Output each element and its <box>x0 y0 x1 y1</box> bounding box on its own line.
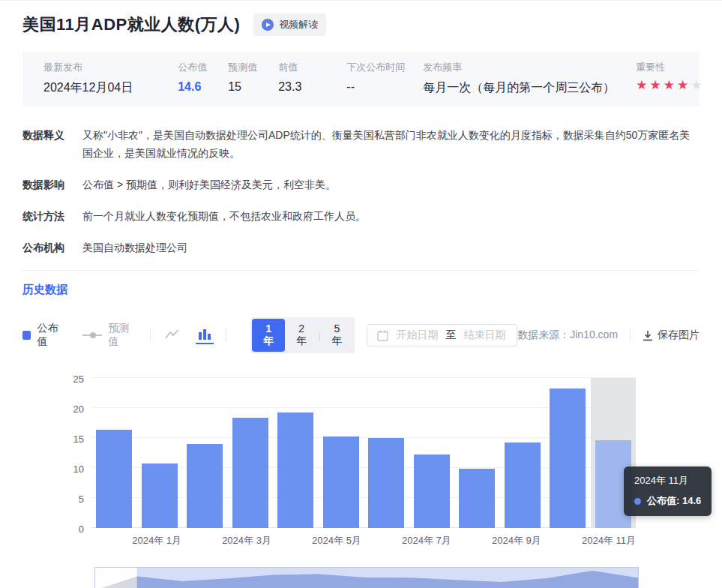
x-axis-tick-label: 2024年 9月 <box>492 534 541 548</box>
bar-slot[interactable] <box>319 378 364 528</box>
date-to-label: 至 <box>445 328 456 342</box>
start-date-input[interactable]: 开始日期 <box>396 328 438 342</box>
bar-slot[interactable] <box>91 378 137 528</box>
x-axis-tick-label: 2024年 3月 <box>222 534 271 548</box>
published-number: 14.6 <box>178 80 207 94</box>
previous-value: 前值 23.3 <box>278 61 301 94</box>
chart-bar[interactable] <box>505 442 541 528</box>
bar-slots <box>91 378 636 528</box>
save-image-label: 保存图片 <box>658 328 700 342</box>
download-icon <box>643 330 653 341</box>
y-axis-tick-label: 25 <box>58 374 84 385</box>
video-explain-button[interactable]: 视频解读 <box>253 14 326 36</box>
x-axis-tick-label: 2024年 11月 <box>582 534 636 548</box>
summary-bar: 最新发布 2024年12月04日 公布值 14.6 预测值 15 前值 23.3… <box>22 52 700 106</box>
bar-slot[interactable] <box>273 378 319 528</box>
star-icon: ★ <box>677 78 691 92</box>
chart-navigator[interactable] <box>94 567 639 588</box>
x-axis-tick-label <box>181 534 222 548</box>
importance: 重要性 ★★★★★ <box>636 61 704 93</box>
x-axis-tick-label <box>271 534 312 548</box>
chart-bar[interactable] <box>96 430 132 528</box>
tooltip-value-row: 公布值: 14.6 <box>634 494 701 508</box>
legend-published[interactable]: 公布值 <box>22 322 67 349</box>
chart-bar[interactable] <box>277 412 313 528</box>
detail-row-meaning: 数据释义 又称"小非农"，是美国自动数据处理公司ADP统计的、衡量美国私营部门非… <box>22 126 700 162</box>
detail-label: 数据释义 <box>22 126 82 162</box>
bar-swatch-icon <box>22 331 31 340</box>
frequency-label: 发布频率 <box>423 61 615 74</box>
importance-label: 重要性 <box>636 61 704 74</box>
y-axis-tick-label: 15 <box>58 434 84 445</box>
importance-stars: ★★★★★ <box>636 78 704 93</box>
bar-slot[interactable] <box>228 378 274 528</box>
previous-number: 23.3 <box>278 80 301 94</box>
x-axis-tick-label: 2024年 5月 <box>312 534 361 548</box>
bar-slot[interactable] <box>364 378 409 528</box>
next-release-time: 下次公布时间 -- <box>346 61 402 94</box>
latest-release: 最新发布 2024年12月04日 <box>43 61 133 96</box>
star-icon: ★ <box>691 78 704 92</box>
bar-slot[interactable] <box>137 378 183 528</box>
chart-toolbar: 公布值 预测值 1年 2年 | 5年 开始日期 至 结束日期 数据来源：Jin1… <box>22 324 700 346</box>
page-title: 美国11月ADP就业人数(万人) <box>22 14 240 36</box>
y-axis-tick-label: 10 <box>58 464 84 475</box>
indicator-detail-page: 美国11月ADP就业人数(万人) 视频解读 最新发布 2024年12月04日 公… <box>0 1 722 588</box>
detail-text: 又称"小非农"，是美国自动数据处理公司ADP统计的、衡量美国私营部门非农就业人数… <box>82 126 700 162</box>
detail-row-agency: 公布机构 美国自动数据处理公司 <box>22 238 700 256</box>
x-axis-tick-label <box>91 534 132 548</box>
latest-release-value: 2024年12月04日 <box>43 80 133 96</box>
history-chart: 0510152025 2024年 1月2024年 3月2024年 5月2024年… <box>22 346 700 588</box>
series-dot-icon <box>634 498 641 505</box>
bar-slot[interactable] <box>454 378 500 528</box>
legend-label: 预测值 <box>108 322 138 349</box>
forecast-value: 预测值 15 <box>228 61 257 94</box>
save-image-button[interactable]: 保存图片 <box>643 328 700 342</box>
y-axis-tick-label: 20 <box>58 404 84 415</box>
tooltip-title: 2024年 11月 <box>634 474 701 488</box>
chart-bar[interactable] <box>550 388 586 528</box>
forecast-label: 预测值 <box>228 61 257 74</box>
chart-bar[interactable] <box>323 436 359 528</box>
detail-section: 数据释义 又称"小非农"，是美国自动数据处理公司ADP统计的、衡量美国私营部门非… <box>22 126 700 256</box>
video-button-label: 视频解读 <box>279 18 318 32</box>
bar-slot[interactable] <box>182 378 228 528</box>
previous-label: 前值 <box>278 61 301 74</box>
tooltip-value: 公布值: 14.6 <box>647 494 701 508</box>
bar-slot[interactable] <box>545 378 591 528</box>
x-axis-tick-label <box>361 534 402 548</box>
star-icon: ★ <box>636 78 649 92</box>
line-dot-swatch-icon <box>82 334 103 336</box>
chart-bar[interactable] <box>232 418 268 528</box>
x-axis-tick-label <box>451 534 492 548</box>
chart-bar[interactable] <box>187 444 223 528</box>
detail-text: 公布值 > 预期值，则利好美国经济及美元，利空非美。 <box>82 176 336 194</box>
chart-bar[interactable] <box>368 438 404 528</box>
chart-bar[interactable] <box>414 454 450 528</box>
x-axis-tick-label <box>541 534 582 548</box>
bar-slot[interactable] <box>500 378 546 528</box>
navigator-area-chart <box>95 568 638 588</box>
bar-slot[interactable] <box>409 378 455 528</box>
plot-area: 0510152025 <box>91 378 636 528</box>
date-range-picker[interactable]: 开始日期 至 结束日期 <box>367 324 517 346</box>
legend-forecast[interactable]: 预测值 <box>82 322 139 349</box>
frequency-value: 每月一次（每月的第一个周三公布） <box>423 80 615 96</box>
calendar-icon <box>377 330 388 341</box>
detail-label: 公布机构 <box>22 238 82 256</box>
detail-label: 数据影响 <box>22 176 82 194</box>
bar-chart-icon[interactable] <box>196 327 214 344</box>
detail-label: 统计方法 <box>22 207 82 225</box>
x-axis-labels: 2024年 1月2024年 3月2024年 5月2024年 7月2024年 9月… <box>91 534 636 548</box>
divider <box>630 328 631 342</box>
legend-label: 公布值 <box>37 322 67 349</box>
end-date-input[interactable]: 结束日期 <box>463 328 505 342</box>
detail-row-method: 统计方法 前一个月就业人数变化预期值，不包括农业和政府工作人员。 <box>22 207 700 225</box>
chart-bar[interactable] <box>459 469 495 528</box>
line-chart-icon[interactable] <box>163 327 182 344</box>
divider <box>150 328 151 342</box>
history-data-tab[interactable]: 历史数据 <box>22 283 700 297</box>
latest-release-label: 最新发布 <box>43 61 133 74</box>
chart-bar[interactable] <box>142 464 178 528</box>
star-icon: ★ <box>664 78 677 92</box>
